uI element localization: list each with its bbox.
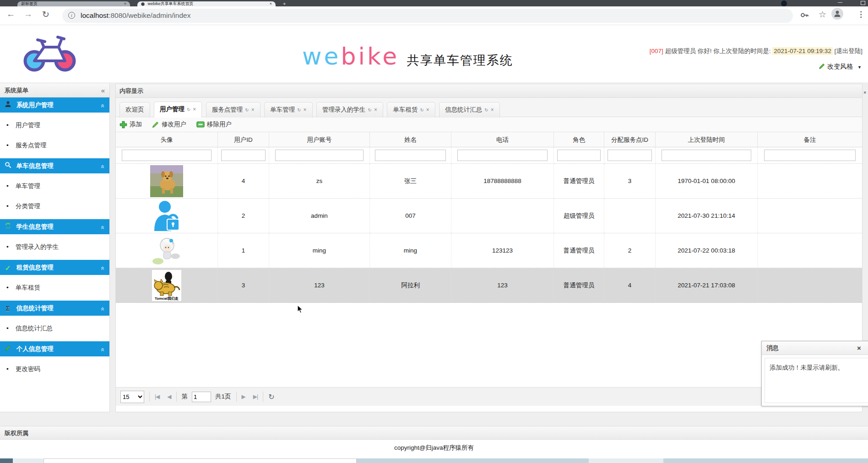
edit-user-button[interactable]: 修改用户 <box>152 120 186 129</box>
tab-refresh-icon[interactable]: ↻ <box>245 108 249 113</box>
forward-icon[interactable]: → <box>24 9 33 19</box>
sidebar-item-admin-entered-students[interactable]: •管理录入的学生 <box>0 237 109 257</box>
tab-close-icon[interactable]: × <box>251 107 255 113</box>
sidebar-item-statistics-summary[interactable]: •信息统计汇总 <box>0 318 109 339</box>
page-number-input[interactable] <box>192 392 211 402</box>
col-name[interactable]: 姓名 <box>370 132 451 147</box>
table-row[interactable]: 1 ming ming 123123 普通管理员 2 2021-07-22 00… <box>116 233 862 268</box>
profile-avatar-icon[interactable] <box>831 8 843 20</box>
tab-user-management[interactable]: 用户管理↻× <box>154 102 202 118</box>
chevron-up-icon[interactable]: « <box>96 307 111 311</box>
reload-icon[interactable]: ↻ <box>42 9 49 20</box>
sidebar-item-change-password[interactable]: •更改密码 <box>0 359 109 379</box>
sidebar-section-personal-info-mgmt[interactable]: 个人信息管理 « <box>0 341 109 356</box>
bookmark-star-icon[interactable]: ☆ <box>819 9 826 20</box>
window-minimize-icon[interactable]: — <box>838 0 842 5</box>
tab-close-icon[interactable]: × <box>304 107 307 113</box>
tab-close-icon[interactable]: × <box>270 1 272 6</box>
page-size-select[interactable]: 15 <box>120 391 144 403</box>
col-account[interactable]: 用户账号 <box>269 132 370 147</box>
table-row[interactable]: 4 zs 张三 18788888888 普通管理员 3 1970-01-01 0… <box>116 164 862 199</box>
col-phone[interactable]: 电话 <box>451 132 554 147</box>
clipped-panel-tool-icon[interactable]: × <box>863 90 868 95</box>
address-bar[interactable]: i localhost:8080/webike/admin/index <box>62 9 793 23</box>
chevron-up-icon[interactable]: « <box>96 104 111 108</box>
sidebar-section-system-user-mgmt[interactable]: 系统用户管理 « <box>0 97 109 113</box>
sidebar-section-student-info-mgmt[interactable]: 学生信息管理 « <box>0 219 109 234</box>
sidebar-item-service-point-management[interactable]: •服务点管理 <box>0 135 109 156</box>
sidebar-item-bike-management[interactable]: •单车管理 <box>0 176 109 196</box>
sidebar-item-bike-rental[interactable]: •单车租赁 <box>0 278 109 298</box>
new-tab-button[interactable]: + <box>283 1 286 6</box>
tab-admin-entered-students[interactable]: 管理录入的学生↻× <box>316 102 383 118</box>
tab-close-icon[interactable]: × <box>193 106 196 113</box>
tab-refresh-icon[interactable]: ↻ <box>368 108 372 113</box>
tab-close-icon[interactable]: × <box>124 1 126 6</box>
filter-user-id-input[interactable] <box>221 150 266 161</box>
prev-page-button[interactable]: ◀ <box>167 393 171 400</box>
tab-service-point-management[interactable]: 服务点管理↻× <box>206 102 260 118</box>
table-row-selected[interactable]: Tomcat我们走 3 123 阿拉利 123 普通管理员 4 2021-07-… <box>116 268 862 303</box>
last-page-button[interactable]: ▶| <box>253 393 258 400</box>
back-icon[interactable]: ← <box>6 9 15 19</box>
browser-tab-title: webike共享单车系统首页 <box>148 1 194 6</box>
sidebar-section-rental-info-mgmt[interactable]: ✓ 租赁信息管理 « <box>0 260 109 275</box>
sidebar-item-category-management[interactable]: •分类管理 <box>0 196 109 216</box>
url-text[interactable]: localhost:8080/webike/admin/index <box>81 11 190 20</box>
col-role[interactable]: 角色 <box>554 132 604 147</box>
tab-close-icon[interactable]: × <box>491 107 494 113</box>
table-row[interactable]: 2 admin 007 超级管理员 2021-07-30 21:10:14 <box>116 199 862 233</box>
chevron-up-icon[interactable]: « <box>96 226 111 230</box>
tab-close-icon[interactable]: × <box>374 107 377 113</box>
filter-role-input[interactable] <box>557 150 601 161</box>
sidebar-section-bike-info-mgmt[interactable]: 单车信息管理 « <box>0 158 109 173</box>
tab-refresh-icon[interactable]: ↻ <box>187 107 190 112</box>
browser-profile-icon[interactable] <box>781 0 787 6</box>
sidebar-collapse-icon[interactable]: « <box>101 84 105 97</box>
first-page-button[interactable]: |◀ <box>155 393 159 400</box>
col-last-login[interactable]: 上次登陆时间 <box>656 132 758 147</box>
tab-refresh-icon[interactable]: ↻ <box>297 108 301 113</box>
col-note[interactable]: 备注 <box>758 132 862 147</box>
add-button[interactable]: 添加 <box>119 120 142 129</box>
change-style-button[interactable]: 改变风格 ▼ <box>819 63 862 71</box>
refresh-grid-icon[interactable]: ↻ <box>268 393 274 401</box>
filter-phone-input[interactable] <box>457 150 547 161</box>
sidebar-section-statistics-mgmt[interactable]: Σ 信息统计管理 « <box>0 301 109 316</box>
tab-statistics-summary[interactable]: 信息统计汇总↻× <box>439 102 499 118</box>
tab-close-icon[interactable]: × <box>426 107 429 113</box>
screen: × 新标签页 × webike共享单车系统首页 + — ← → ↻ i loca… <box>0 0 868 463</box>
col-user-id[interactable]: 用户ID <box>218 132 269 147</box>
puppy-avatar <box>150 165 183 197</box>
next-page-button[interactable]: ▶ <box>242 393 245 400</box>
col-avatar[interactable]: 头像 <box>116 132 218 147</box>
chevron-up-icon[interactable]: « <box>96 267 111 270</box>
browser-tab-newtab[interactable]: × 新标签页 <box>17 1 130 6</box>
col-service-point[interactable]: 分配服务点ID <box>604 132 656 147</box>
logout-link[interactable]: [退出登陆] <box>834 48 863 54</box>
tab-refresh-icon[interactable]: ↻ <box>484 108 488 113</box>
page-info-icon[interactable]: i <box>68 12 75 19</box>
filter-avatar-input[interactable] <box>122 150 211 161</box>
tab-bike-management[interactable]: 单车管理↻× <box>264 102 312 118</box>
brand-chinese: 共享单车管理系统 <box>407 53 513 67</box>
browser-menu-dots-icon[interactable]: ⋮ <box>857 10 865 19</box>
message-window-titlebar[interactable]: 消息 × <box>762 341 868 355</box>
filter-last-login-input[interactable] <box>662 150 751 161</box>
window-maximize-icon[interactable] <box>861 1 865 5</box>
browser-tab-webike[interactable]: × webike共享单车系统首页 <box>137 1 276 6</box>
tab-refresh-icon[interactable]: ↻ <box>420 108 423 113</box>
chevron-up-icon[interactable]: « <box>96 348 111 352</box>
chevron-up-icon[interactable]: « <box>96 165 111 169</box>
sidebar-item-user-management[interactable]: •用户管理 <box>0 115 109 135</box>
tab-welcome[interactable]: 欢迎页 <box>119 102 150 118</box>
key-icon[interactable] <box>800 11 809 21</box>
taskbar-search-box[interactable] <box>43 458 357 463</box>
filter-service-point-input[interactable] <box>608 150 652 161</box>
tab-bike-rental[interactable]: 单车租赁↻× <box>387 102 435 118</box>
remove-user-button[interactable]: 移除用户 <box>196 120 232 129</box>
filter-note-input[interactable] <box>764 150 856 161</box>
message-close-icon[interactable]: × <box>857 341 861 355</box>
filter-name-input[interactable] <box>375 150 446 161</box>
filter-account-input[interactable] <box>275 150 363 161</box>
